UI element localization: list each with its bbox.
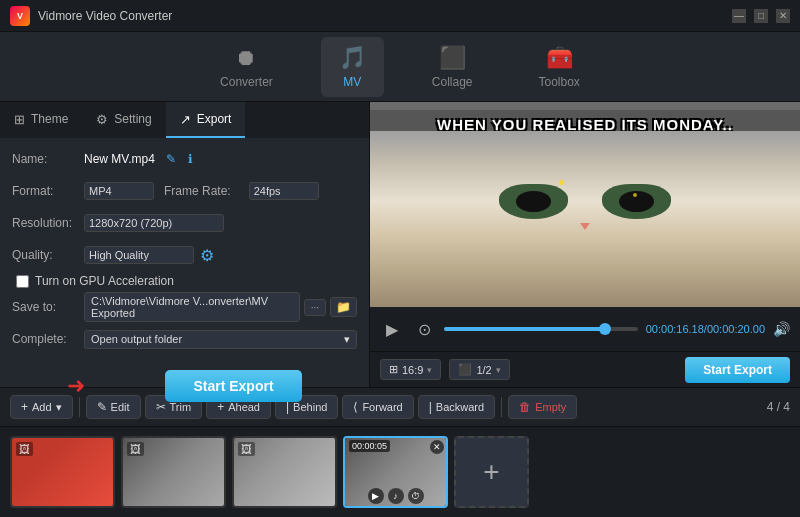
forward-label: Forward	[362, 401, 402, 413]
stop-button[interactable]: ⊙	[412, 317, 436, 341]
aspect-icon: ⊞	[389, 363, 398, 376]
nav-converter[interactable]: ⏺ Converter	[202, 37, 291, 97]
empty-label: Empty	[535, 401, 566, 413]
theme-tab-label: Theme	[31, 112, 68, 126]
backward-label: Backward	[436, 401, 484, 413]
timeline: 🖼 🖼 🖼 00:00:05 ✕ ▶ ♪ ⏱ +	[0, 427, 800, 517]
close-button[interactable]: ✕	[776, 9, 790, 23]
export-tab-label: Export	[197, 112, 232, 126]
timeline-clip-2[interactable]: 🖼	[121, 436, 226, 508]
clip-4-close[interactable]: ✕	[430, 440, 444, 454]
export-settings: Name: New MV.mp4 ✎ ℹ Format: MP4 AV	[0, 138, 369, 410]
format-select[interactable]: MP4 AVI MOV	[84, 182, 154, 200]
forward-icon: ⟨	[353, 400, 358, 414]
nav-toolbox[interactable]: 🧰 Toolbox	[521, 37, 598, 97]
nav-mv[interactable]: 🎵 MV	[321, 37, 384, 97]
info-button[interactable]: ℹ	[183, 151, 199, 167]
quality-settings-button[interactable]: ⚙	[200, 246, 214, 265]
gpu-row: Turn on GPU Acceleration	[12, 274, 357, 288]
clip-icon: ⬛	[458, 363, 472, 376]
clip-1-icon: 🖼	[16, 442, 33, 456]
progress-fill	[444, 327, 605, 331]
aspect-ratio-value: 16:9	[402, 364, 423, 376]
clip-info-value: 1/2	[476, 364, 491, 376]
collage-icon: ⬛	[439, 45, 466, 71]
format-dropdown[interactable]: MP4 AVI MOV	[89, 185, 149, 197]
app-logo: V	[10, 6, 30, 26]
complete-label: Complete:	[12, 332, 84, 346]
start-export-button[interactable]: Start Export	[165, 370, 301, 402]
mv-label: MV	[343, 75, 361, 89]
name-value-area: New MV.mp4 ✎ ℹ	[84, 151, 357, 167]
clip-4-time: 00:00:05	[349, 440, 390, 452]
theme-icon: ⊞	[14, 112, 25, 127]
title-bar: V Vidmore Video Converter — □ ✕	[0, 0, 800, 32]
behind-icon: |	[286, 400, 289, 414]
timeline-clip-3[interactable]: 🖼	[232, 436, 337, 508]
name-icons: ✎ ℹ	[163, 151, 199, 167]
clip-info-button[interactable]: ⬛ 1/2 ▾	[449, 359, 509, 380]
edit-name-button[interactable]: ✎	[163, 151, 179, 167]
browse-folder-button[interactable]: 📁	[330, 297, 357, 317]
resolution-row: Resolution: 1280x720 (720p) 1920x1080 (1…	[12, 210, 357, 236]
timeline-clip-4[interactable]: 00:00:05 ✕ ▶ ♪ ⏱	[343, 436, 448, 508]
more-options-button[interactable]: ···	[304, 299, 326, 316]
fps-select[interactable]: 24fps 30fps 60fps	[249, 182, 319, 200]
resolution-dropdown[interactable]: 1280x720 (720p) 1920x1080 (1080p)	[89, 217, 219, 229]
converter-icon: ⏺	[235, 45, 257, 71]
play-button[interactable]: ▶	[380, 317, 404, 341]
quality-select[interactable]: High Quality Medium Quality	[84, 246, 194, 264]
ahead-label: Ahead	[228, 401, 260, 413]
add-chevron: ▾	[56, 401, 62, 414]
complete-select[interactable]: Open output folder ▾	[84, 330, 357, 349]
start-export-area: ➜ Start Export	[12, 360, 357, 402]
timeline-clip-1[interactable]: 🖼	[10, 436, 115, 508]
main-content: ⊞ Theme ⚙ Setting ↗ Export Name: New MV.…	[0, 102, 800, 387]
backward-icon: |	[429, 400, 432, 414]
clip-music-button[interactable]: ♪	[388, 488, 404, 504]
separator-2	[501, 397, 502, 417]
clip-4-controls: ▶ ♪ ⏱	[345, 488, 446, 504]
backward-button[interactable]: | Backward	[418, 395, 495, 419]
complete-chevron: ▾	[344, 333, 350, 346]
clip-play-button[interactable]: ▶	[368, 488, 384, 504]
left-panel: ⊞ Theme ⚙ Setting ↗ Export Name: New MV.…	[0, 102, 370, 387]
resolution-label: Resolution:	[12, 216, 84, 230]
fps-dropdown[interactable]: 24fps 30fps 60fps	[254, 185, 314, 197]
start-export-right-button[interactable]: Start Export	[685, 357, 790, 383]
add-clip-icon: +	[483, 456, 499, 488]
track-count: 4 / 4	[767, 400, 790, 414]
clip-clock-button[interactable]: ⏱	[408, 488, 424, 504]
tab-setting[interactable]: ⚙ Setting	[82, 102, 165, 138]
toolbox-icon: 🧰	[546, 45, 573, 71]
resolution-select[interactable]: 1280x720 (720p) 1920x1080 (1080p)	[84, 214, 224, 232]
clip-chevron: ▾	[496, 365, 501, 375]
volume-button[interactable]: 🔊	[773, 321, 790, 337]
gpu-checkbox[interactable]	[16, 275, 29, 288]
window-controls: — □ ✕	[732, 9, 790, 23]
tab-export[interactable]: ↗ Export	[166, 102, 246, 138]
export-icon: ↗	[180, 112, 191, 127]
progress-handle[interactable]	[599, 323, 611, 335]
file-name: New MV.mp4	[84, 152, 155, 166]
add-clip-button[interactable]: +	[454, 436, 529, 508]
format-label: Format:	[12, 184, 84, 198]
empty-button[interactable]: 🗑 Empty	[508, 395, 577, 419]
minimize-button[interactable]: —	[732, 9, 746, 23]
edit-label: Edit	[111, 401, 130, 413]
app-title: Vidmore Video Converter	[38, 9, 732, 23]
video-frame: WHEN YOU REALISED ITS MONDAY..	[370, 102, 800, 307]
save-to-row: Save to: C:\Vidmore\Vidmore V...onverter…	[12, 294, 357, 320]
maximize-button[interactable]: □	[754, 9, 768, 23]
tab-theme[interactable]: ⊞ Theme	[0, 102, 82, 138]
right-panel: WHEN YOU REALISED ITS MONDAY..	[370, 102, 800, 387]
tab-bar: ⊞ Theme ⚙ Setting ↗ Export	[0, 102, 369, 138]
progress-bar[interactable]	[444, 327, 638, 331]
quality-row: Quality: High Quality Medium Quality ⚙	[12, 242, 357, 268]
quality-dropdown[interactable]: High Quality Medium Quality	[89, 249, 189, 261]
aspect-ratio-button[interactable]: ⊞ 16:9 ▾	[380, 359, 441, 380]
nav-collage[interactable]: ⬛ Collage	[414, 37, 491, 97]
complete-value: Open output folder	[91, 333, 182, 345]
gpu-label: Turn on GPU Acceleration	[35, 274, 174, 288]
add-icon: +	[21, 400, 28, 414]
